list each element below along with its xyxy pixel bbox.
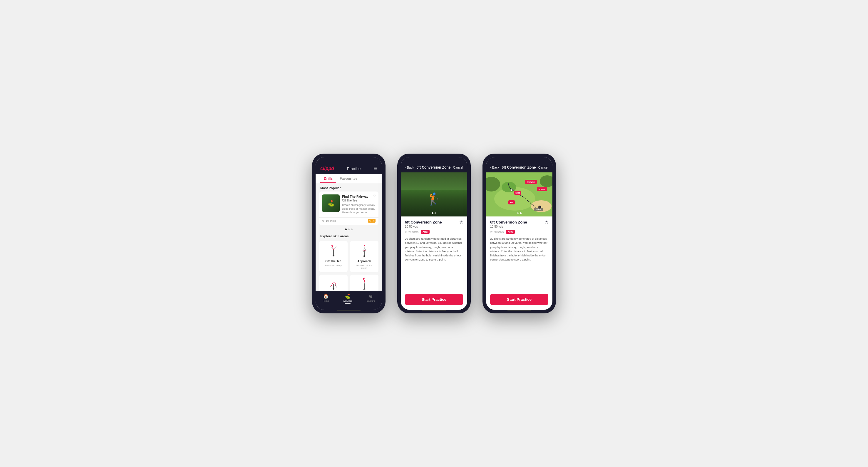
carousel-dots [316, 227, 382, 231]
svg-point-23 [494, 187, 535, 210]
svg-point-0 [333, 255, 334, 257]
phone-3-notch [507, 154, 531, 161]
drill-detail-title-3: 6ft Conversion Zone ☆ [490, 220, 548, 224]
drill-shots: ⏱ 10 shots [322, 220, 336, 222]
svg-text:Miss: Miss [516, 192, 520, 194]
nav-activities[interactable]: ⛳ Activities [343, 293, 352, 304]
svg-text:SAND: SAND [536, 209, 541, 210]
cancel-button-3[interactable]: Cancel [538, 166, 548, 169]
nav-home-label: Home [322, 300, 329, 302]
svg-text:Hit: Hit [510, 201, 513, 204]
phone-1-notch [337, 154, 361, 161]
nav-home[interactable]: 🏠 Home [322, 293, 329, 304]
header-title: Practice [347, 167, 361, 171]
back-label: Back [407, 166, 414, 169]
phone-3-content: Hit Miss FAIRWAY ROUGH SAND 🏌 [486, 172, 552, 294]
bottom-nav: 🏠 Home ⛳ Activities ⊕ Capture [316, 291, 382, 310]
featured-drill-card[interactable]: Find The Fairway Off The Tee Create an i… [319, 192, 378, 225]
back-label-3: Back [492, 166, 499, 169]
back-chevron-3: ‹ [490, 166, 491, 169]
image-carousel-dots [432, 212, 436, 214]
explore-label: Explore skill areas [316, 231, 382, 240]
skill-sub-ott: Power accuracy [325, 264, 342, 267]
nav-active-indicator [345, 303, 350, 304]
phone-2: ‹ Back 6ft Conversion Zone Cancel 6ft Co [397, 154, 471, 313]
skill-sub-approach: Dial-in to hit the green [353, 264, 375, 269]
home-indicator-3 [507, 310, 531, 311]
phone-2-notch [422, 154, 446, 161]
phone-1-screen: clippd Practice ☰ Drills Favourites Most… [316, 157, 382, 310]
svg-point-20 [364, 278, 365, 279]
main-content: Most Popular Find The Fairway Off The Te… [316, 183, 382, 291]
svg-point-10 [364, 245, 365, 246]
shots-count: 10 shots [326, 220, 336, 222]
skill-approach[interactable]: Approach Dial-in to hit the green [350, 241, 378, 272]
tab-drills[interactable]: Drills [320, 174, 336, 183]
start-practice-button-3[interactable]: Start Practice [490, 294, 548, 305]
svg-point-40 [511, 189, 513, 191]
skill-around-the-green[interactable]: Around The Green Hone your short game [319, 275, 348, 291]
drill-detail-title: 6ft Conversion Zone ☆ [405, 220, 463, 224]
drill-detail-info: 6ft Conversion Zone ☆ 10-50 yds ⏱ 20 sho… [401, 216, 467, 266]
atg-icon [326, 277, 341, 291]
phone-1: clippd Practice ☰ Drills Favourites Most… [312, 154, 385, 313]
skill-off-the-tee[interactable]: Off The Tee Power accuracy [319, 241, 348, 272]
svg-point-15 [330, 286, 331, 287]
home-indicator-1 [337, 310, 361, 311]
map-dot-2 [520, 212, 522, 214]
capture-icon: ⊕ [369, 293, 373, 299]
menu-icon[interactable]: ☰ [373, 166, 377, 171]
activities-icon: ⛳ [345, 293, 350, 299]
drill-tag-2: ARG [421, 230, 430, 234]
img-dot-1 [432, 212, 433, 214]
clock-icon: ⏱ [322, 220, 325, 222]
drill-photo [401, 172, 467, 216]
putting-icon [357, 277, 372, 291]
nav-capture[interactable]: ⊕ Capture [366, 293, 375, 304]
drill-distance: 10-50 yds [405, 225, 463, 228]
drill-meta: ⏱ 20 shots ARG [405, 230, 463, 234]
drill-detail-info-3: 6ft Conversion Zone ☆ 10-50 yds ⏱ 20 sho… [486, 216, 552, 266]
svg-point-6 [364, 255, 365, 257]
clock-icon-2: ⏱ [405, 231, 408, 234]
svg-point-16 [336, 287, 337, 288]
tabs-bar: Drills Favourites [316, 174, 382, 183]
dot-3 [351, 229, 352, 230]
drill-name: Find The Fairway [342, 194, 375, 199]
favourite-icon[interactable]: ☆ [373, 194, 376, 198]
drill-thumb-image [322, 194, 340, 212]
most-popular-label: Most Popular [316, 183, 382, 192]
phone-3: ‹ Back 6ft Conversion Zone Cancel [483, 154, 556, 313]
phone-2-header-title: 6ft Conversion Zone [416, 165, 451, 169]
golf-photo-visual [401, 172, 467, 216]
skill-grid: Off The Tee Power accuracy Approach Dial… [316, 240, 382, 291]
clippd-logo: clippd [320, 166, 334, 171]
dot-2 [348, 229, 350, 230]
map-dot-1 [517, 212, 519, 214]
drill-fav-icon-2[interactable]: ☆ [460, 220, 463, 224]
home-indicator-2 [422, 310, 446, 311]
drill-meta-3: ⏱ 20 shots ARG [490, 230, 548, 234]
back-chevron: ‹ [405, 166, 406, 169]
svg-point-27 [502, 182, 516, 192]
drill-thumbnail [322, 194, 340, 212]
svg-line-3 [334, 246, 336, 249]
drill-title-text: 6ft Conversion Zone [405, 220, 442, 224]
nav-capture-label: Capture [366, 300, 375, 302]
tab-favourites[interactable]: Favourites [336, 174, 361, 183]
back-button-3[interactable]: ‹ Back [490, 166, 499, 169]
svg-point-12 [333, 288, 334, 290]
phone-2-content: 6ft Conversion Zone ☆ 10-50 yds ⏱ 20 sho… [401, 172, 467, 294]
drill-category: Off The Tee [342, 199, 375, 202]
drill-title-text-3: 6ft Conversion Zone [490, 220, 527, 224]
drill-fav-icon-3[interactable]: ☆ [545, 220, 548, 224]
drill-description-3: 20 shots are randomly generated at dista… [490, 237, 548, 262]
back-button[interactable]: ‹ Back [405, 166, 414, 169]
shots-info-2: ⏱ 20 shots [405, 231, 418, 234]
shots-info-3: ⏱ 20 shots [490, 231, 504, 234]
skill-putting[interactable]: Putting Make and lag practice [350, 275, 378, 291]
svg-text:🏌: 🏌 [539, 206, 541, 208]
cancel-button-2[interactable]: Cancel [453, 166, 463, 169]
svg-text:ROUGH: ROUGH [538, 189, 545, 190]
start-practice-button-2[interactable]: Start Practice [405, 294, 463, 305]
